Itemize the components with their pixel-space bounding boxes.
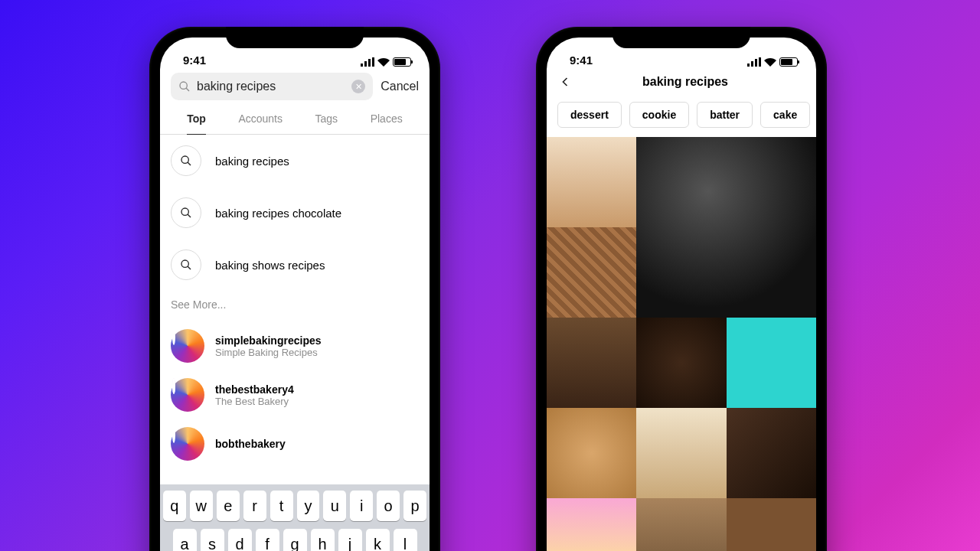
svg-rect-12 xyxy=(747,64,750,67)
back-icon[interactable] xyxy=(557,74,573,90)
suggestion-item[interactable]: baking shows recipes xyxy=(160,239,430,291)
notch xyxy=(226,27,364,48)
avatar xyxy=(171,427,204,461)
svg-point-8 xyxy=(181,208,188,215)
search-icon xyxy=(171,249,201,280)
avatar xyxy=(171,378,204,412)
phone-mockup-results: 9:41 baking recipes dessertcookiebatterc… xyxy=(536,27,827,551)
tab-tags[interactable]: Tags xyxy=(315,112,338,134)
grid-tile[interactable] xyxy=(547,318,636,408)
grid-tile[interactable] xyxy=(636,498,726,551)
svg-line-5 xyxy=(186,88,189,91)
suggestion-text: baking recipes chocolate xyxy=(215,207,341,220)
account-list: simplebakingrecipesSimple Baking Recipes… xyxy=(160,321,430,468)
key-e[interactable]: e xyxy=(217,491,240,521)
key-s[interactable]: s xyxy=(201,529,224,551)
status-icons xyxy=(361,57,411,67)
svg-rect-3 xyxy=(372,57,374,67)
signal-icon xyxy=(361,57,374,67)
grid-tile[interactable] xyxy=(547,137,636,227)
key-l[interactable]: l xyxy=(394,529,417,551)
key-t[interactable]: t xyxy=(270,491,293,521)
notch xyxy=(612,27,750,48)
account-item[interactable]: thebestbakery4The Best Bakery xyxy=(160,370,430,419)
grid-tile[interactable] xyxy=(547,408,636,498)
see-more-link[interactable]: See More... xyxy=(160,291,430,321)
suggestion-list: baking recipesbaking recipes chocolateba… xyxy=(160,135,430,291)
filter-chip-cake[interactable]: cake xyxy=(760,102,810,128)
filter-chip-cookie[interactable]: cookie xyxy=(629,102,689,128)
search-input[interactable]: baking recipes ✕ xyxy=(171,73,373,100)
page-title: baking recipes xyxy=(580,75,805,89)
keyboard[interactable]: qwertyuiopasdfghjkl⇧zxcvbnm⌫ xyxy=(160,484,430,551)
key-g[interactable]: g xyxy=(283,529,307,551)
grid-tile[interactable] xyxy=(727,498,816,551)
tab-top[interactable]: Top xyxy=(187,112,206,135)
grid-tile[interactable] xyxy=(727,408,816,498)
svg-rect-15 xyxy=(759,57,761,67)
svg-point-4 xyxy=(180,82,187,89)
tab-places[interactable]: Places xyxy=(371,112,403,134)
account-desc: Simple Baking Recipes xyxy=(215,347,322,358)
svg-line-7 xyxy=(188,162,191,165)
account-username: simplebakingrecipes xyxy=(215,334,322,347)
key-w[interactable]: w xyxy=(190,491,213,521)
key-o[interactable]: o xyxy=(377,491,400,521)
key-k[interactable]: k xyxy=(366,529,390,551)
key-a[interactable]: a xyxy=(173,529,197,551)
key-y[interactable]: y xyxy=(297,491,320,521)
key-j[interactable]: j xyxy=(338,529,362,551)
phone-mockup-search: 9:41 baking recipes ✕ Cancel TopAccounts… xyxy=(149,27,440,551)
signal-icon xyxy=(747,57,761,67)
key-d[interactable]: d xyxy=(228,529,252,551)
search-icon xyxy=(178,80,191,93)
results-header: baking recipes xyxy=(547,68,816,96)
filter-chip-dessert[interactable]: dessert xyxy=(557,102,622,128)
suggestion-item[interactable]: baking recipes xyxy=(160,135,430,187)
battery-icon xyxy=(779,57,798,67)
grid-tile[interactable] xyxy=(636,137,816,318)
svg-point-10 xyxy=(181,260,188,267)
status-icons xyxy=(747,57,798,67)
image-grid xyxy=(547,137,816,551)
grid-tile[interactable] xyxy=(547,227,636,318)
tab-accounts[interactable]: Accounts xyxy=(238,112,283,134)
search-row: baking recipes ✕ Cancel xyxy=(160,68,430,105)
key-f[interactable]: f xyxy=(256,529,279,551)
suggestion-text: baking recipes xyxy=(215,155,289,168)
suggestion-item[interactable]: baking recipes chocolate xyxy=(160,187,430,239)
svg-line-11 xyxy=(188,266,191,269)
account-username: thebestbakery4 xyxy=(215,383,294,396)
svg-rect-14 xyxy=(755,59,757,67)
grid-tile[interactable] xyxy=(727,318,816,408)
key-i[interactable]: i xyxy=(350,491,373,521)
account-username: bobthebakery xyxy=(215,438,286,450)
svg-rect-1 xyxy=(364,61,367,67)
svg-rect-13 xyxy=(751,61,753,67)
svg-rect-2 xyxy=(368,59,371,67)
key-r[interactable]: r xyxy=(243,491,266,521)
grid-tile[interactable] xyxy=(636,408,726,498)
grid-tile[interactable] xyxy=(636,318,726,408)
filter-chip-batter[interactable]: batter xyxy=(697,102,753,128)
svg-point-6 xyxy=(181,156,188,163)
account-item[interactable]: simplebakingrecipesSimple Baking Recipes xyxy=(160,321,430,370)
status-time: 9:41 xyxy=(570,54,593,67)
clear-icon[interactable]: ✕ xyxy=(351,80,365,93)
svg-line-9 xyxy=(188,214,191,217)
cancel-button[interactable]: Cancel xyxy=(381,80,419,93)
wifi-icon xyxy=(764,57,776,67)
key-q[interactable]: q xyxy=(163,491,186,521)
grid-tile[interactable] xyxy=(547,498,636,551)
account-item[interactable]: bobthebakery xyxy=(160,419,430,468)
key-h[interactable]: h xyxy=(311,529,335,551)
screen: 9:41 baking recipes dessertcookiebatterc… xyxy=(547,37,816,551)
key-u[interactable]: u xyxy=(323,491,346,521)
wifi-icon xyxy=(377,57,390,67)
search-tabs: TopAccountsTagsPlaces xyxy=(160,105,430,135)
account-desc: The Best Bakery xyxy=(215,396,294,407)
status-time: 9:41 xyxy=(183,54,206,67)
key-p[interactable]: p xyxy=(403,491,426,521)
search-icon xyxy=(171,145,201,176)
avatar xyxy=(171,329,204,363)
